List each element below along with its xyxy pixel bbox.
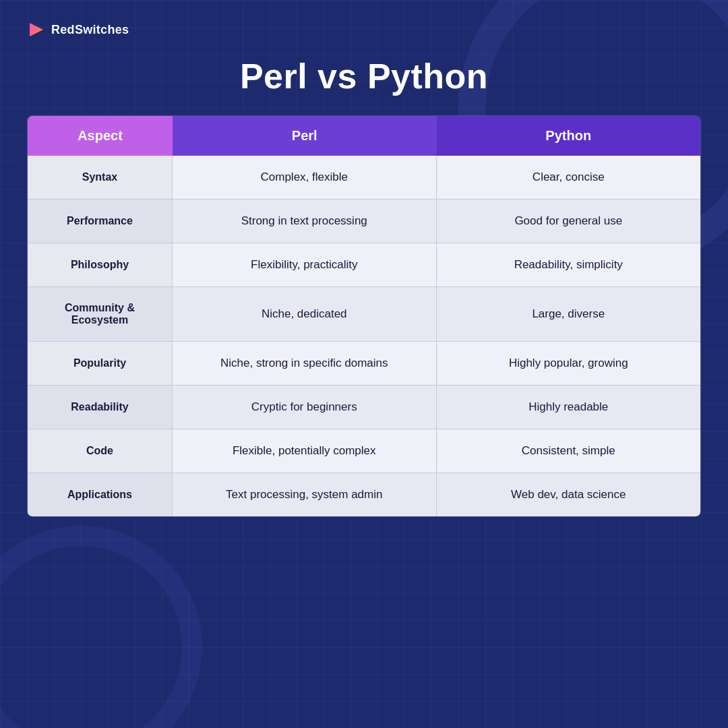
cell-python: Highly popular, growing xyxy=(437,342,701,385)
table-row: SyntaxComplex, flexibleClear, concise xyxy=(28,156,700,199)
header-aspect: Aspect xyxy=(28,116,173,156)
cell-python: Good for general use xyxy=(437,200,701,243)
logo-text: RedSwitches xyxy=(51,23,129,37)
table-row: PhilosophyFlexibility, practicalityReada… xyxy=(28,243,700,286)
cell-aspect: Applications xyxy=(28,473,173,516)
cell-perl: Text processing, system admin xyxy=(173,473,437,516)
cell-aspect: Performance xyxy=(28,200,173,243)
page-title: Perl vs Python xyxy=(240,56,488,96)
header-python: Python xyxy=(437,116,701,156)
cell-perl: Cryptic for beginners xyxy=(173,386,437,429)
table-row: ReadabilityCryptic for beginnersHighly r… xyxy=(28,385,700,429)
cell-python: Readability, simplicity xyxy=(437,243,701,286)
cell-aspect: Code xyxy=(28,429,173,473)
cell-aspect: Syntax xyxy=(28,156,173,199)
cell-python: Large, diverse xyxy=(437,287,701,341)
cell-python: Consistent, simple xyxy=(437,429,701,473)
cell-perl: Strong in text processing xyxy=(173,200,437,243)
cell-aspect: Readability xyxy=(28,386,173,429)
table-row: PopularityNiche, strong in specific doma… xyxy=(28,341,700,385)
cell-perl: Flexibility, practicality xyxy=(173,243,437,286)
logo: RedSwitches xyxy=(27,20,129,39)
cell-python: Clear, concise xyxy=(437,156,701,199)
cell-perl: Niche, strong in specific domains xyxy=(173,342,437,385)
cell-perl: Niche, dedicated xyxy=(173,287,437,341)
table-row: PerformanceStrong in text processingGood… xyxy=(28,199,700,243)
logo-icon xyxy=(27,20,46,39)
main-container: RedSwitches Perl vs Python Aspect Perl P… xyxy=(0,0,728,728)
cell-aspect: Community & Ecosystem xyxy=(28,287,173,341)
svg-marker-0 xyxy=(30,23,43,36)
cell-aspect: Popularity xyxy=(28,342,173,385)
table-row: CodeFlexible, potentially complexConsist… xyxy=(28,429,700,473)
comparison-table-wrapper: Aspect Perl Python SyntaxComplex, flexib… xyxy=(27,115,701,517)
header-perl: Perl xyxy=(173,116,437,156)
table-body: SyntaxComplex, flexibleClear, concisePer… xyxy=(28,156,700,516)
cell-python: Web dev, data science xyxy=(437,473,701,516)
cell-perl: Complex, flexible xyxy=(173,156,437,199)
table-row: Community & EcosystemNiche, dedicatedLar… xyxy=(28,286,700,341)
cell-aspect: Philosophy xyxy=(28,243,173,286)
cell-python: Highly readable xyxy=(437,386,701,429)
comparison-table: Aspect Perl Python SyntaxComplex, flexib… xyxy=(28,116,700,516)
header-row: Aspect Perl Python xyxy=(28,116,700,156)
table-row: ApplicationsText processing, system admi… xyxy=(28,473,700,516)
cell-perl: Flexible, potentially complex xyxy=(173,429,437,473)
table-header: Aspect Perl Python xyxy=(28,116,700,156)
